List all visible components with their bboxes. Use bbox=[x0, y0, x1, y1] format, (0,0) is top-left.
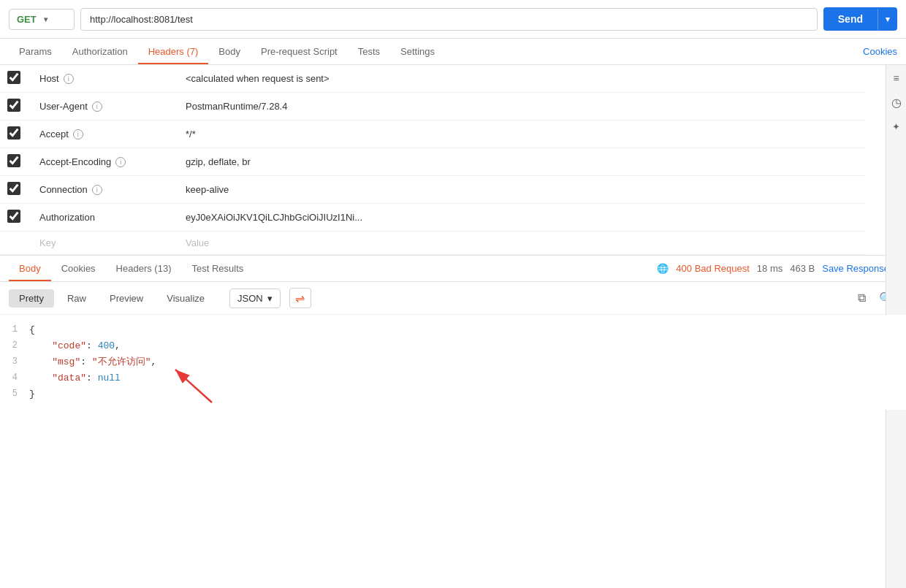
line-num-3: 3 bbox=[0, 354, 29, 370]
encoding-key: Accept-Encoding bbox=[39, 156, 111, 167]
tab-prerequest[interactable]: Pre-request Script bbox=[251, 39, 348, 64]
useragent-info-icon[interactable]: i bbox=[92, 102, 102, 112]
table-row: Authorization eyJ0eXAiOiJKV1QiLCJhbGciOi… bbox=[0, 204, 865, 232]
view-tab-raw[interactable]: Raw bbox=[57, 289, 96, 308]
response-tab-testresults[interactable]: Test Results bbox=[181, 256, 254, 281]
encoding-value: gzip, deflate, br bbox=[178, 148, 865, 176]
code-line-4: 4 "data": null bbox=[0, 370, 906, 386]
tab-tests[interactable]: Tests bbox=[348, 39, 390, 64]
connection-checkbox[interactable] bbox=[7, 182, 20, 195]
send-button[interactable]: Send ▾ bbox=[823, 7, 897, 31]
view-tab-preview[interactable]: Preview bbox=[99, 289, 153, 308]
auth-key: Authorization bbox=[39, 212, 95, 223]
host-value: <calculated when request is sent> bbox=[178, 65, 865, 93]
empty-row: Key Value bbox=[0, 232, 865, 255]
host-checkbox[interactable] bbox=[7, 71, 20, 84]
top-bar: GET ▾ Send ▾ bbox=[0, 0, 906, 39]
accept-value: */* bbox=[178, 121, 865, 148]
send-chevron-icon: ▾ bbox=[878, 9, 897, 30]
headers-section: Hosti <calculated when request is sent> … bbox=[0, 65, 886, 255]
tab-body[interactable]: Body bbox=[208, 39, 251, 64]
request-tabs-row: Params Authorization Headers (7) Body Pr… bbox=[0, 39, 906, 65]
response-status-bar: 🌐 400 Bad Request 18 ms 463 B Save Respo… bbox=[657, 263, 897, 274]
status-badge: 400 Bad Request bbox=[676, 263, 749, 274]
globe-icon: 🌐 bbox=[657, 263, 669, 274]
sidebar-icon-3[interactable]: ✦ bbox=[892, 121, 900, 132]
table-row: Accept-Encodingi gzip, deflate, br bbox=[0, 148, 865, 176]
code-content-3: "msg": "不允许访问", bbox=[29, 354, 906, 370]
tab-settings[interactable]: Settings bbox=[390, 39, 445, 64]
code-content-2: "code": 400, bbox=[29, 338, 906, 354]
wrap-icon: ⇌ bbox=[295, 291, 305, 305]
table-row: User-Agenti PostmanRuntime/7.28.4 bbox=[0, 93, 865, 121]
code-area: 1 { 2 "code": 400, 3 "msg": "不允许访问", bbox=[0, 315, 906, 410]
table-row: Hosti <calculated when request is sent> bbox=[0, 65, 865, 93]
code-content-5: } bbox=[29, 386, 906, 402]
response-section: Body Cookies Headers (13) Test Results 🌐… bbox=[0, 255, 906, 410]
host-key: Host bbox=[39, 73, 59, 84]
code-line-1: 1 { bbox=[0, 322, 906, 338]
response-tab-body[interactable]: Body bbox=[9, 256, 51, 281]
line-num-4: 4 bbox=[0, 370, 29, 386]
code-line-3: 3 "msg": "不允许访问", bbox=[0, 354, 906, 370]
line-num-2: 2 bbox=[0, 338, 29, 354]
useragent-value: PostmanRuntime/7.28.4 bbox=[178, 93, 865, 121]
code-content-4: "data": null bbox=[29, 370, 906, 386]
response-tab-headers[interactable]: Headers (13) bbox=[106, 256, 182, 281]
host-info-icon[interactable]: i bbox=[64, 74, 74, 84]
connection-value: keep-alive bbox=[178, 176, 865, 204]
code-content-1: { bbox=[29, 322, 906, 338]
table-row: Connectioni keep-alive bbox=[0, 176, 865, 204]
response-tabs-row: Body Cookies Headers (13) Test Results 🌐… bbox=[0, 256, 906, 282]
connection-info-icon[interactable]: i bbox=[92, 185, 102, 195]
encoding-info-icon[interactable]: i bbox=[115, 157, 126, 167]
headers-table: Hosti <calculated when request is sent> … bbox=[0, 65, 865, 255]
view-tab-pretty[interactable]: Pretty bbox=[9, 289, 54, 308]
code-line-2: 2 "code": 400, bbox=[0, 338, 906, 354]
line-num-5: 5 bbox=[0, 386, 29, 402]
table-row: Accepti */* bbox=[0, 121, 865, 148]
key-placeholder: Key bbox=[39, 237, 56, 248]
tab-params[interactable]: Params bbox=[9, 39, 62, 64]
url-input[interactable] bbox=[80, 8, 818, 31]
method-chevron-icon: ▾ bbox=[44, 15, 66, 23]
tab-authorization[interactable]: Authorization bbox=[62, 39, 138, 64]
accept-info-icon[interactable]: i bbox=[73, 129, 83, 140]
accept-key: Accept bbox=[39, 129, 69, 140]
value-placeholder: Value bbox=[186, 237, 209, 248]
response-tab-cookies[interactable]: Cookies bbox=[51, 256, 106, 281]
send-label: Send bbox=[823, 7, 878, 31]
format-chevron-icon: ▾ bbox=[267, 293, 273, 304]
tab-headers[interactable]: Headers (7) bbox=[138, 39, 209, 64]
save-response-label: Save Response bbox=[822, 263, 889, 274]
format-label: JSON bbox=[237, 293, 263, 304]
copy-button[interactable]: ⧉ bbox=[850, 288, 872, 308]
useragent-key: User-Agent bbox=[39, 101, 88, 112]
cookies-button[interactable]: Cookies bbox=[863, 39, 897, 64]
response-time: 18 ms bbox=[757, 263, 783, 274]
line-num-1: 1 bbox=[0, 322, 29, 338]
view-tabs-row: Pretty Raw Preview Visualize JSON ▾ ⇌ ⧉ … bbox=[0, 282, 906, 315]
method-select[interactable]: GET ▾ bbox=[9, 9, 75, 30]
format-select[interactable]: JSON ▾ bbox=[229, 289, 281, 308]
accept-checkbox[interactable] bbox=[7, 126, 20, 140]
auth-value: eyJ0eXAiOiJKV1QiLCJhbGciOiJIUzI1Ni... bbox=[178, 204, 865, 232]
copy-icon: ⧉ bbox=[858, 291, 866, 305]
content-area: Hosti <calculated when request is sent> … bbox=[0, 65, 906, 588]
connection-key: Connection bbox=[39, 184, 88, 195]
auth-checkbox[interactable] bbox=[7, 210, 20, 223]
view-tab-visualize[interactable]: Visualize bbox=[156, 289, 215, 308]
response-size: 463 B bbox=[790, 263, 815, 274]
method-label: GET bbox=[17, 14, 39, 25]
wrap-button[interactable]: ⇌ bbox=[289, 288, 311, 308]
encoding-checkbox[interactable] bbox=[7, 154, 20, 167]
app-layout: GET ▾ Send ▾ Params Authorization Header… bbox=[0, 0, 906, 588]
useragent-checkbox[interactable] bbox=[7, 99, 20, 112]
sidebar-icon-1[interactable]: ≡ bbox=[893, 72, 899, 84]
code-line-5: 5 } bbox=[0, 386, 906, 402]
sidebar-icon-2[interactable]: ◷ bbox=[891, 96, 902, 110]
